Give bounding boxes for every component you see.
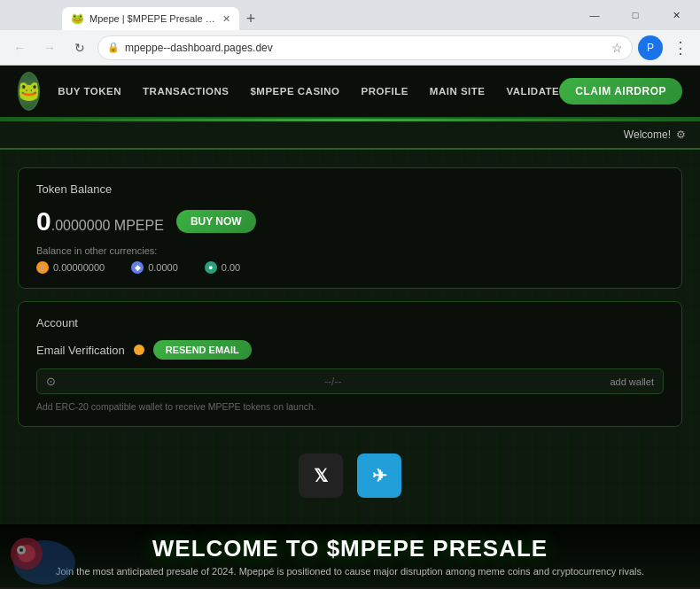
add-wallet-link[interactable]: add wallet [610,376,654,387]
nav-validate[interactable]: VALIDATE [506,86,559,97]
token-balance-row: 0.0000000 MPEPE BUY NOW [36,206,664,236]
address-text: mpeppe--dashboard.pages.dev [125,42,273,54]
resend-email-button[interactable]: RESEND EMAIL [153,340,252,360]
account-card: Account Email Verification RESEND EMAIL … [18,301,682,427]
nav-profile[interactable]: PROFILE [362,86,408,97]
other-currencies-label: Balance in other currencies: [36,245,664,256]
nav-buy-token[interactable]: BUY TOKEN [58,86,121,97]
secure-icon: 🔒 [107,42,120,53]
usdt-value: 0.00 [222,262,240,273]
menu-button[interactable]: ⋮ [668,35,693,60]
wallet-separator: --/-- [65,376,601,388]
usdt-icon: ● [205,261,217,274]
verification-status-dot [134,345,144,355]
promo-logo [9,527,80,587]
address-bar[interactable]: 🔒 mpeppe--dashboard.pages.dev ☆ [97,35,633,60]
nav-casino[interactable]: $MPEPE CASINO [250,86,339,97]
minimize-button[interactable]: — [574,0,615,30]
forward-button[interactable]: → [37,35,62,60]
wallet-row: ⊙ --/-- add wallet [36,368,664,394]
btc-value: 0.00000000 [53,262,105,273]
email-verification-label: Email Verification [36,344,125,357]
profile-button[interactable]: P [638,35,663,60]
wallet-icon: ⊙ [46,375,56,388]
tab-close-icon[interactable]: ✕ [222,13,230,25]
token-balance-card: Token Balance 0.0000000 MPEPE BUY NOW Ba… [18,167,682,289]
close-button[interactable]: ✕ [656,0,696,30]
tab-favicon: 🐸 [71,12,84,25]
btc-balance: ₿ 0.00000000 [36,261,105,274]
site-logo: 🐸 [18,72,40,111]
browser-chrome: 🐸 Mpepe | $MPEPE Presale Live... ✕ + — □… [0,0,700,66]
eth-balance: ◆ 0.0000 [131,261,178,274]
settings-icon[interactable]: ⚙ [676,128,686,141]
back-button[interactable]: ← [7,35,32,60]
balance-display: 0.0000000 MPEPE [36,206,164,236]
email-verification-row: Email Verification RESEND EMAIL [36,340,664,360]
telegram-icon: ✈ [372,465,387,486]
btc-icon: ₿ [36,261,49,274]
window-controls: — □ ✕ [574,0,696,30]
eth-icon: ◆ [131,261,144,274]
buy-now-button[interactable]: BUY NOW [176,210,256,233]
nav-transactions[interactable]: TRANSACTIONS [143,86,229,97]
svg-point-4 [19,548,23,552]
website-content: 🐸 BUY TOKEN TRANSACTIONS $MPEPE CASINO P… [0,66,700,587]
browser-tab[interactable]: 🐸 Mpepe | $MPEPE Presale Live... ✕ [62,7,239,30]
promo-subtitle: Join the most anticipated presale of 202… [18,566,682,577]
maximize-button[interactable]: □ [615,0,656,30]
eth-value: 0.0000 [148,262,178,273]
usdt-balance: ● 0.00 [205,261,240,274]
other-currencies-section: Balance in other currencies: ₿ 0.0000000… [36,245,664,274]
currencies-row: ₿ 0.00000000 ◆ 0.0000 ● 0.00 [36,261,664,274]
nav-main-site[interactable]: MAIN SITE [430,86,486,97]
welcome-text: Welcome! [624,128,671,141]
site-navigation: 🐸 BUY TOKEN TRANSACTIONS $MPEPE CASINO P… [0,66,700,119]
social-buttons: 𝕏 ✈ [18,439,682,507]
welcome-bar: Welcome! ⚙ [0,121,700,150]
telegram-button[interactable]: ✈ [357,453,401,498]
tab-title: Mpepe | $MPEPE Presale Live... [89,13,217,24]
claim-airdrop-button[interactable]: CLAIM AIRDROP [559,78,682,105]
address-bar-row: ← → ↻ 🔒 mpeppe--dashboard.pages.dev ☆ P … [0,30,700,66]
balance-integer: 0.0000000 MPEPE [36,209,164,236]
bookmark-icon[interactable]: ☆ [611,41,623,55]
twitter-icon: 𝕏 [314,465,328,486]
wallet-hint-text: Add ERC-20 compatible wallet to receive … [36,401,664,412]
twitter-button[interactable]: 𝕏 [299,453,343,498]
refresh-button[interactable]: ↻ [67,35,92,60]
main-content: Token Balance 0.0000000 MPEPE BUY NOW Ba… [0,150,700,524]
promo-title: WELCOME TO $MPEPE PRESALE [18,535,682,562]
promo-banner: WELCOME TO $MPEPE PRESALE Join the most … [0,524,700,587]
token-balance-title: Token Balance [36,182,664,196]
new-tab-button[interactable]: + [239,7,262,30]
nav-links: BUY TOKEN TRANSACTIONS $MPEPE CASINO PRO… [58,86,559,97]
account-title: Account [36,316,664,329]
